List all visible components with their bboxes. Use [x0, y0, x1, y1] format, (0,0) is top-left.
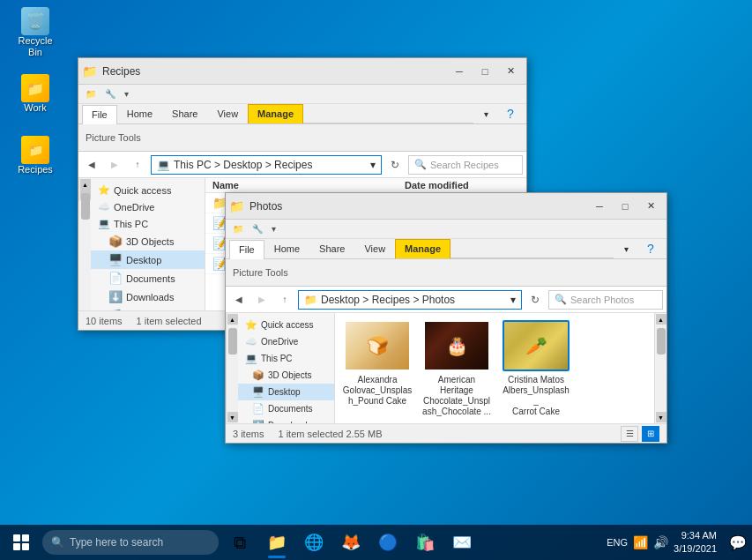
recipes-ribbon-collapse[interactable]: ▾	[473, 104, 498, 123]
photos-sidebar-this-pc[interactable]: 💻 This PC	[238, 350, 334, 367]
desktop-icon-recipes[interactable]: 📁 Recipes	[7, 132, 63, 179]
recipes-qat-properties[interactable]: 🔧	[101, 87, 119, 101]
photos-scroll-down[interactable]: ▼	[227, 412, 238, 422]
recipes-qat-dropdown[interactable]: ▾	[121, 87, 132, 101]
tray-network-icon[interactable]: 📶	[633, 535, 648, 549]
photos-tab-home[interactable]: Home	[264, 239, 309, 258]
photos-qat-dropdown[interactable]: ▾	[268, 222, 279, 235]
recipes-close-button[interactable]: ✕	[498, 62, 523, 81]
recipes-sidebar-this-pc[interactable]: 💻 This PC	[91, 215, 205, 232]
recipes-tab-manage[interactable]: Manage	[248, 104, 303, 123]
photos-close-button[interactable]: ✕	[638, 197, 663, 216]
recipes-up-button[interactable]: ↑	[128, 155, 147, 175]
photos-forward-button[interactable]: ▶	[252, 290, 272, 310]
recipes-sidebar-this-pc-icon: 💻	[98, 218, 110, 229]
taskbar-task-view[interactable]: ⧉	[222, 525, 257, 560]
photos-search-placeholder: Search Photos	[570, 295, 634, 305]
photos-tab-file[interactable]: File	[229, 240, 264, 259]
photos-sidebar-3d-objects[interactable]: 📦 3D Objects	[238, 367, 334, 384]
start-button[interactable]	[0, 525, 42, 560]
photos-sidebar-3d-icon: 📦	[252, 370, 264, 381]
photos-ribbon-tools: Picture Tools	[233, 267, 288, 278]
desktop-icon-work[interactable]: 📁 Work	[7, 71, 63, 117]
recipes-sidebar-documents[interactable]: 📄 Documents	[91, 269, 205, 287]
recipes-tab-share[interactable]: Share	[162, 104, 207, 123]
taskbar-edge[interactable]: 🌐	[296, 525, 331, 560]
photos-minimize-button[interactable]: ─	[587, 197, 612, 216]
photos-ribbon-collapse[interactable]: ▾	[614, 239, 638, 258]
recipes-sidebar-downloads[interactable]: ⬇️ Downloads	[91, 287, 205, 306]
photos-tab-share[interactable]: Share	[309, 239, 354, 258]
recipes-maximize-button[interactable]: □	[473, 62, 497, 81]
recipes-tab-home[interactable]: Home	[117, 104, 162, 123]
photos-thumbnail-pound-cake[interactable]: 🍞 AlexandraGolovac_Unsplash_Pound Cake	[342, 320, 413, 407]
photos-item-count: 3 items	[233, 429, 264, 439]
photos-maximize-button[interactable]: □	[613, 197, 637, 216]
recipes-tab-file[interactable]: File	[82, 105, 117, 124]
desktop: 🗑️ Recycle Bin 📁 Work 📁 Recipes 📁 Recipe…	[0, 0, 752, 560]
photos-qat: 📁 🔧 ▾	[226, 220, 666, 239]
taskbar-search[interactable]: 🔍 Type here to search	[42, 530, 219, 555]
photos-thumbnail-chocolate[interactable]: 🎂 AmericanHeritageChocolate_Unsplash_Cho…	[421, 320, 492, 417]
recipes-minimize-button[interactable]: ─	[447, 62, 472, 81]
tray-clock[interactable]: 9:34 AM 3/19/2021	[674, 529, 717, 556]
photos-ribbon-tabs: File Home Share View Manage ▾ ?	[226, 239, 666, 259]
photos-address-path[interactable]: 📁 Desktop > Recipes > Photos ▾	[298, 290, 522, 310]
photos-refresh-button[interactable]: ↻	[525, 290, 545, 310]
recipes-address-bar: ◀ ▶ ↑ 💻 This PC > Desktop > Recipes ▾ ↻ …	[78, 152, 526, 178]
work-icon: 📁	[21, 74, 49, 102]
tray-volume-icon[interactable]: 🔊	[653, 535, 668, 549]
photos-right-scroll-up[interactable]: ▲	[656, 314, 666, 325]
photos-sidebar-onedrive[interactable]: ☁️ OneDrive	[238, 333, 334, 350]
taskbar-file-explorer[interactable]: 📁	[259, 525, 294, 560]
photos-sidebar-downloads[interactable]: ⬇️ Downloads	[238, 417, 334, 423]
recipes-scroll-up[interactable]: ▲	[80, 179, 91, 190]
tray-language-icon[interactable]: ENG	[607, 537, 628, 548]
desktop-icon-recycle-bin[interactable]: 🗑️ Recycle Bin	[7, 4, 63, 62]
photos-qat-properties[interactable]: 🔧	[249, 222, 266, 235]
photos-search-box[interactable]: 🔍 Search Photos	[548, 290, 663, 310]
taskbar-store[interactable]: 🛍️	[407, 525, 443, 560]
recipes-qat: 📁 🔧 ▾	[78, 85, 526, 104]
recipes-sidebar-quick-access-icon: ⭐	[98, 184, 110, 196]
photos-search-icon: 🔍	[555, 294, 567, 305]
recipes-help-button[interactable]: ?	[498, 104, 523, 123]
photos-help-button[interactable]: ?	[638, 239, 663, 258]
photos-window-title: Photos	[244, 200, 587, 213]
photos-grid-view-btn[interactable]: ⊞	[642, 426, 659, 442]
recipes-tab-view[interactable]: View	[207, 104, 248, 123]
photos-scroll-up[interactable]: ▲	[227, 314, 238, 325]
photos-right-scroll-down[interactable]: ▼	[656, 412, 666, 422]
photos-tab-manage[interactable]: Manage	[395, 239, 450, 258]
taskbar: 🔍 Type here to search ⧉ 📁 🌐 🦊 🔵 🛍️	[0, 525, 752, 560]
photos-sidebar-desktop[interactable]: 🖥️ Desktop	[238, 384, 334, 400]
photos-sidebar-quick-access[interactable]: ⭐ Quick access	[238, 317, 334, 333]
photos-sidebar-onedrive-icon: ☁️	[245, 336, 257, 347]
photos-back-button[interactable]: ◀	[229, 290, 249, 310]
recipes-sidebar-onedrive[interactable]: ☁️ OneDrive	[91, 198, 205, 215]
recipes-sidebar-desktop[interactable]: 🖥️ Desktop	[91, 250, 205, 269]
photos-file-area: ▲ ▼ ⭐ Quick access ☁️ OneDrive 💻 This PC	[226, 313, 666, 423]
photos-qat-new-folder[interactable]: 📁	[229, 222, 247, 235]
recipes-address-path[interactable]: 💻 This PC > Desktop > Recipes ▾	[151, 155, 382, 175]
photos-sidebar-documents-icon: 📄	[252, 403, 264, 414]
recipes-refresh-button[interactable]: ↻	[385, 155, 405, 175]
recipes-search-icon: 🔍	[414, 159, 427, 170]
photos-tab-view[interactable]: View	[354, 239, 395, 258]
recipes-ribbon-tools: Picture Tools	[86, 132, 141, 143]
photos-sidebar-documents[interactable]: 📄 Documents	[238, 400, 334, 417]
photos-list-view-btn[interactable]: ☰	[621, 426, 638, 442]
recipes-sidebar-quick-access[interactable]: ⭐ Quick access	[91, 182, 205, 198]
recipes-back-button[interactable]: ◀	[82, 155, 101, 175]
photos-thumbnail-carrot-cake[interactable]: 🥕 Cristina MatosAlbers_Unsplash_Carrot C…	[501, 320, 571, 417]
recipes-search-box[interactable]: 🔍 Search Recipes	[408, 155, 523, 175]
taskbar-firefox[interactable]: 🦊	[333, 525, 369, 560]
recipes-sidebar-3d-objects[interactable]: 📦 3D Objects	[91, 232, 205, 250]
taskbar-mail[interactable]: ✉️	[444, 525, 480, 560]
photos-status-view-buttons: ☰ ⊞	[621, 426, 659, 442]
notification-button[interactable]: 💬	[724, 525, 752, 560]
taskbar-chrome[interactable]: 🔵	[370, 525, 406, 560]
recipes-forward-button[interactable]: ▶	[105, 155, 124, 175]
recipes-qat-new-folder[interactable]: 📁	[82, 87, 100, 101]
photos-up-button[interactable]: ↑	[275, 290, 294, 310]
